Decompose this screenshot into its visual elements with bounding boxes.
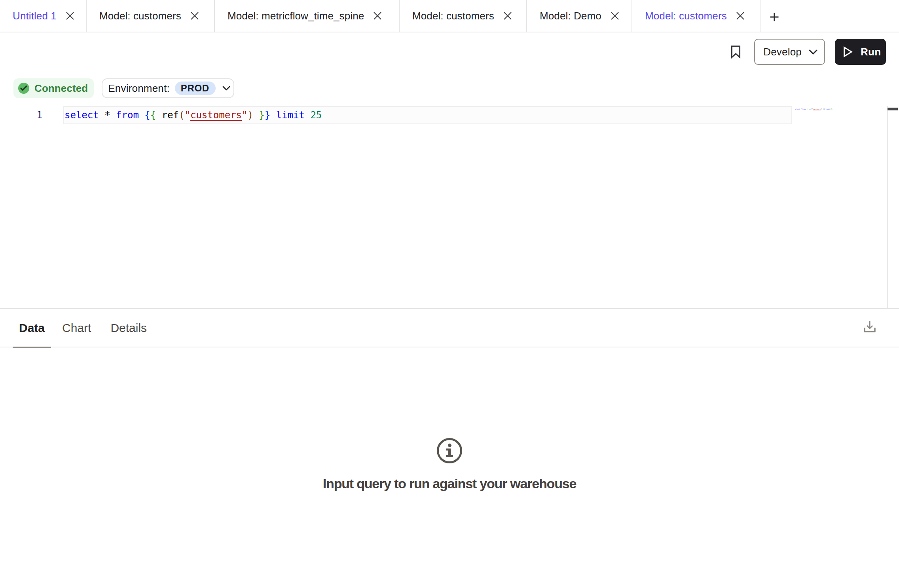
code-token	[156, 110, 161, 121]
results-tab[interactable]: Data	[13, 309, 51, 347]
run-button-label: Run	[861, 46, 881, 58]
code-token: {	[150, 110, 156, 121]
empty-state: Input query to run against your warehous…	[0, 438, 899, 491]
status-row: Connected Environment: PROD	[13, 78, 234, 98]
overview-ruler-cursor-mark	[888, 108, 898, 110]
code-token	[99, 110, 104, 121]
editor-tab-label: Model: Demo	[540, 10, 601, 22]
code-token: }	[259, 110, 264, 121]
code-token: *	[104, 110, 110, 121]
code-token: }	[265, 110, 270, 121]
toolbar: Develop Run	[0, 32, 899, 71]
tab-close-icon[interactable]	[736, 11, 745, 21]
code-token	[110, 110, 116, 121]
tab-close-icon[interactable]	[373, 11, 382, 21]
line-number: 1	[0, 106, 42, 124]
tab-close-icon[interactable]	[65, 11, 75, 21]
code-token	[139, 110, 144, 121]
develop-button-label: Develop	[763, 46, 802, 58]
code-token: customers	[190, 110, 242, 121]
code-token	[305, 110, 310, 121]
develop-button[interactable]: Develop	[754, 39, 825, 65]
results-panel: Data Chart Details Input	[0, 308, 899, 588]
code-token	[270, 110, 276, 121]
code-token	[253, 110, 259, 121]
run-button[interactable]: Run	[835, 39, 886, 65]
connection-status-badge: Connected	[13, 78, 94, 98]
editor-tab[interactable]: Model: customers	[87, 0, 215, 32]
environment-label: Environment:	[108, 82, 170, 95]
code-token: {	[144, 110, 150, 121]
editor-tab[interactable]: Model: customers	[632, 0, 761, 32]
code-token: "	[242, 110, 247, 121]
editor-tab-bar: Untitled 1 Model: customers Model: metri…	[0, 0, 899, 32]
code-token: limit	[276, 110, 305, 121]
code-editor[interactable]: 1 select * from {{ ref("customers") }} l…	[0, 104, 899, 308]
code-token: 25	[831, 108, 832, 110]
chevron-down-icon	[222, 86, 230, 91]
environment-value-chip: PROD	[175, 82, 216, 95]
editor-tab[interactable]: Model: customers	[400, 0, 527, 32]
info-icon	[436, 438, 463, 464]
connected-label: Connected	[34, 82, 88, 95]
tab-close-icon[interactable]	[610, 11, 620, 21]
results-body: Input query to run against your warehous…	[0, 347, 899, 588]
play-icon	[843, 46, 853, 57]
code-line[interactable]: select * from {{ ref("customers") }} lim…	[64, 106, 322, 124]
chevron-down-icon	[809, 49, 817, 55]
new-tab-button[interactable]	[770, 12, 779, 22]
code-token: "	[184, 110, 190, 121]
connected-check-icon	[18, 83, 29, 94]
environment-selector[interactable]: Environment: PROD	[102, 78, 234, 98]
bookmark-icon[interactable]	[731, 45, 741, 59]
results-tab-bar: Data Chart Details	[0, 309, 899, 347]
code-token: ref	[162, 110, 179, 121]
code-token: customers	[813, 108, 821, 110]
editor-tab-label: Model: customers	[99, 10, 181, 22]
editor-tab-label: Model: customers	[645, 10, 727, 22]
results-tab[interactable]: Details	[103, 309, 154, 347]
tab-close-icon[interactable]	[190, 11, 199, 21]
results-tab-label: Data	[19, 321, 45, 335]
results-tab-label: Details	[110, 321, 147, 335]
editor-tab[interactable]: Model: Demo	[527, 0, 632, 32]
code-token: limit	[826, 108, 830, 110]
editor-tab[interactable]: Untitled 1	[0, 0, 87, 32]
minimap[interactable]: select * from {{ ref("customers") }} lim…	[795, 108, 832, 111]
environment-value: PROD	[181, 83, 209, 94]
tab-close-icon[interactable]	[503, 11, 512, 21]
download-icon[interactable]	[863, 320, 876, 333]
code-token: from	[116, 110, 139, 121]
overview-ruler-border	[887, 106, 888, 308]
editor-tab-label: Untitled 1	[13, 10, 57, 22]
results-tab-label: Chart	[62, 321, 91, 335]
code-token: (	[179, 110, 184, 121]
results-tab[interactable]: Chart	[55, 309, 98, 347]
code-token: )	[247, 110, 253, 121]
code-token: select	[795, 108, 800, 110]
code-token: from	[802, 108, 806, 110]
editor-tab[interactable]: Model: metricflow_time_spine	[215, 0, 400, 32]
code-token: select	[64, 110, 99, 121]
editor-tab-label: Model: customers	[412, 10, 494, 22]
empty-state-message: Input query to run against your warehous…	[323, 476, 576, 491]
editor-tab-label: Model: metricflow_time_spine	[228, 10, 364, 22]
code-token: 25	[310, 110, 322, 121]
